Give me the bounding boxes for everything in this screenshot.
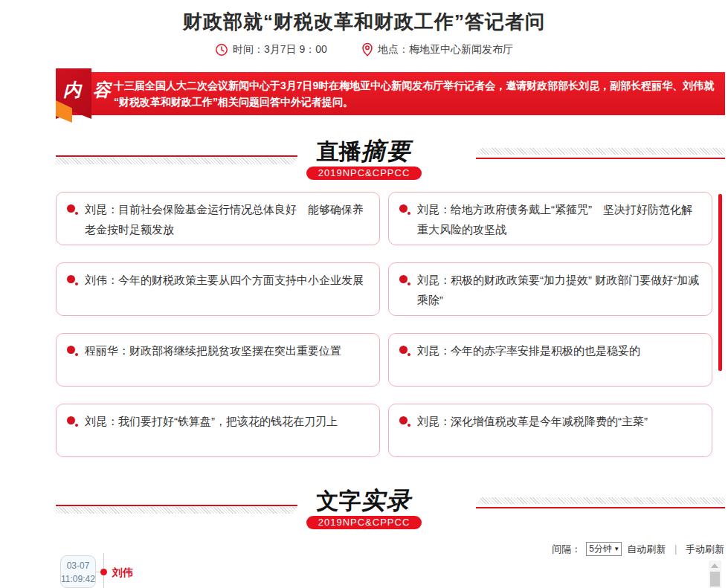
timeline-dot-icon (100, 569, 107, 575)
summary-card[interactable]: 刘昆：给地方政府债务戴上“紧箍咒” 坚决打好防范化解重大风险的攻坚战 (388, 192, 712, 245)
clock-icon (215, 43, 228, 56)
ribbon-label: 内容 (63, 78, 167, 102)
content-banner: 内容 十三届全国人大二次会议新闻中心于3月7日9时在梅地亚中心新闻发布厅举行记者… (56, 72, 725, 115)
meta-location: 地点：梅地亚中心新闻发布厅 (361, 42, 513, 57)
summary-scrollbar[interactable] (718, 194, 722, 371)
summary-card-grid: 刘昆：目前社会保险基金运行情况总体良好 能够确保养老金按时足额发放 刘昆：给地方… (56, 192, 712, 457)
banner-text: 十三届全国人大二次会议新闻中心于3月7日9时在梅地亚中心新闻发布厅举行记者会，邀… (114, 77, 715, 110)
summary-card-text: 刘昆：目前社会保险基金运行情况总体良好 能够确保养老金按时足额发放 (85, 199, 367, 239)
summary-card-text: 刘昆：给地方政府债务戴上“紧箍咒” 坚决打好防范化解重大风险的攻坚战 (417, 199, 700, 239)
chevron-down-icon: ▼ (613, 546, 619, 552)
interval-value: 5分钟 (589, 543, 613, 555)
transcript-badge-wrap: 2019NPC&CPPCC (0, 515, 728, 529)
transcript-title-script: 实录 (361, 486, 412, 514)
npc-cppcc-badge: 2019NPC&CPPCC (306, 516, 422, 529)
summary-card[interactable]: 刘昆：我们要打好“铁算盘”，把该花的钱花在刀刃上 (56, 404, 380, 457)
transcript-title-main: 文字 (317, 488, 361, 513)
interval-label: 间隔： (552, 543, 581, 556)
timeline-timestamp: 03-07 11:09:42 (60, 555, 96, 588)
summary-card[interactable]: 刘昆：积极的财政政策要“加力提效” 财政部门要做好“加减乘除” (388, 262, 712, 316)
scrollbar-up-icon[interactable] (711, 563, 718, 568)
auto-refresh-link[interactable]: 自动刷新 (627, 543, 666, 556)
controls-separator: ｜ (671, 543, 680, 556)
bullet-icon (399, 204, 408, 213)
npc-cppcc-badge: 2019NPC&CPPCC (306, 167, 422, 180)
summary-section-header: 直播摘要 2019NPC&CPPCC (0, 138, 728, 184)
summary-card[interactable]: 刘昆：目前社会保险基金运行情况总体良好 能够确保养老金按时足额发放 (56, 192, 380, 245)
summary-card[interactable]: 刘伟：今年的财税政策主要从四个方面支持中小企业发展 (56, 262, 380, 316)
meta-row: 时间：3月7日 9：00 地点：梅地亚中心新闻发布厅 (0, 42, 728, 57)
summary-card-text: 刘昆：深化增值税改革是今年减税降费的“主菜” (417, 411, 700, 431)
timeline-date: 03-07 (61, 559, 95, 572)
summary-title-main: 直播 (317, 139, 361, 164)
bullet-icon (67, 416, 75, 424)
bullet-icon (399, 275, 408, 283)
timeline-speaker: 刘伟 (112, 566, 133, 580)
interval-select[interactable]: 5分钟 ▼ (586, 542, 622, 556)
transcript-section-header: 文字实录 2019NPC&CPPCC (0, 488, 728, 534)
summary-card-text: 刘昆：积极的财政政策要“加力提效” 财政部门要做好“加减乘除” (417, 270, 700, 310)
location-pin-icon (361, 42, 373, 57)
summary-title-script: 摘要 (361, 137, 412, 165)
refresh-controls: 间隔： 5分钟 ▼ 自动刷新 ｜ 手动刷新 (552, 542, 724, 556)
summary-card-text: 刘昆：我们要打好“铁算盘”，把该花的钱花在刀刃上 (85, 411, 367, 431)
meta-time: 时间：3月7日 9：00 (215, 42, 327, 57)
summary-card[interactable]: 刘昆：深化增值税改革是今年减税降费的“主菜” (388, 404, 712, 457)
bullet-icon (67, 275, 75, 283)
meta-location-label: 地点：梅地亚中心新闻发布厅 (378, 43, 513, 56)
bullet-icon (67, 204, 75, 213)
summary-card[interactable]: 刘昆：今年的赤字率安排是积极的也是稳妥的 (388, 333, 712, 387)
page-title: 财政部就“财税改革和财政工作”答记者问 (0, 9, 728, 35)
timeline-time: 11:09:42 (61, 572, 95, 586)
manual-refresh-link[interactable]: 手动刷新 (686, 543, 724, 556)
summary-card-text: 刘昆：今年的赤字率安排是积极的也是稳妥的 (417, 340, 700, 361)
scrollbar-thumb[interactable] (710, 572, 720, 587)
bullet-icon (399, 346, 408, 354)
bullet-icon (67, 346, 75, 354)
summary-card-text: 程丽华：财政部将继续把脱贫攻坚摆在突出重要位置 (85, 340, 367, 361)
bullet-icon (399, 416, 408, 424)
summary-badge-wrap: 2019NPC&CPPCC (0, 166, 728, 180)
press-conference-page: 财政部就“财税改革和财政工作”答记者问 时间：3月7日 9：00 地点：梅地亚中… (0, 0, 728, 588)
meta-time-label: 时间：3月7日 9：00 (233, 43, 327, 56)
summary-card-text: 刘伟：今年的财税政策主要从四个方面支持中小企业发展 (85, 270, 367, 290)
summary-card[interactable]: 程丽华：财政部将继续把脱贫攻坚摆在突出重要位置 (56, 333, 380, 387)
